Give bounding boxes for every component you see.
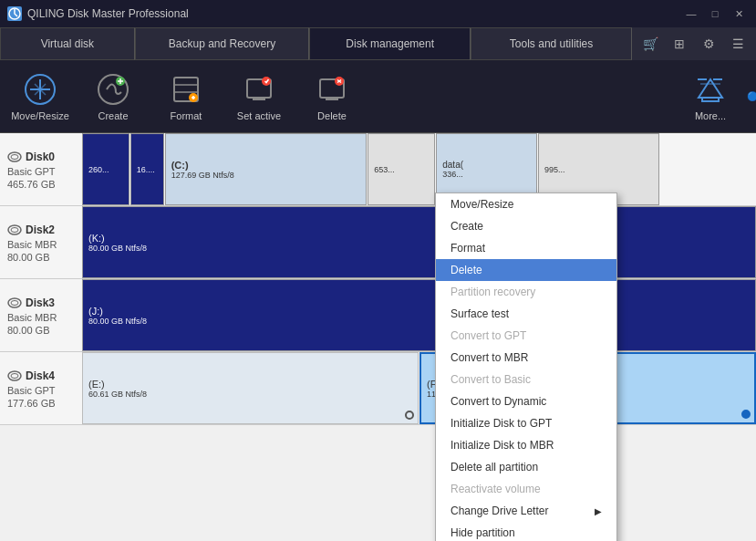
ctx-surface-test[interactable]: Surface test bbox=[436, 303, 616, 325]
disk-area: Disk0 Basic GPT 465.76 GB 260... 16.... … bbox=[0, 133, 756, 541]
svg-point-18 bbox=[8, 371, 21, 380]
more-icon bbox=[692, 71, 729, 107]
disk0-info: Disk0 Basic GPT 465.76 GB bbox=[0, 144, 82, 195]
svg-point-16 bbox=[8, 298, 21, 307]
ctx-init-mbr[interactable]: Initialize Disk to MBR bbox=[436, 434, 616, 456]
title-bar: QILING Disk Master Professional — □ ✕ bbox=[0, 0, 756, 27]
toolbar-create[interactable]: Create bbox=[77, 68, 150, 125]
toolbar-delete[interactable]: Delete bbox=[295, 68, 368, 125]
toolbar-format[interactable]: Format bbox=[150, 68, 223, 125]
maximize-button[interactable]: □ bbox=[705, 4, 725, 24]
delete-icon bbox=[314, 71, 350, 107]
minimize-button[interactable]: — bbox=[681, 4, 701, 24]
disk4-info: Disk4 Basic GPT 177.66 GB bbox=[0, 363, 82, 414]
close-button[interactable]: ✕ bbox=[729, 4, 749, 24]
ctx-partition-recovery: Partition recovery bbox=[436, 281, 616, 303]
tab-virtual-disk[interactable]: Virtual disk bbox=[0, 27, 135, 60]
svg-point-17 bbox=[11, 300, 18, 305]
svg-point-9 bbox=[262, 77, 271, 86]
app-title: QILING Disk Master Professional bbox=[27, 7, 189, 20]
toolbar-move-resize[interactable]: Move/Resize bbox=[4, 68, 77, 125]
tab-backup-recovery[interactable]: Backup and Recovery bbox=[135, 27, 309, 60]
create-icon bbox=[95, 71, 131, 107]
disk2-partitions: (K:) 80.00 GB Ntfs/8 bbox=[82, 206, 756, 278]
disk4-partitions: (E:) 60.61 GB Ntfs/8 (F:) 117.04 GB Ntfs bbox=[82, 352, 756, 424]
disk3-partitions: (J:) 80.00 GB Ntfs/8 bbox=[82, 279, 756, 351]
submenu-arrow: ▶ bbox=[595, 506, 602, 516]
ctx-reactivate: Reactivate volume bbox=[436, 478, 616, 500]
grid-icon[interactable]: ⊞ bbox=[667, 31, 692, 57]
toolbar: Move/Resize Create Format bbox=[0, 60, 756, 133]
disk-row: Disk0 Basic GPT 465.76 GB 260... 16.... … bbox=[0, 133, 756, 206]
disk-row: Disk2 Basic MBR 80.00 GB (K:) 80.00 GB N… bbox=[0, 206, 756, 279]
set-active-icon bbox=[241, 71, 277, 107]
radio-button-e[interactable] bbox=[405, 411, 414, 420]
svg-point-12 bbox=[8, 152, 21, 161]
app-icon bbox=[7, 6, 22, 21]
format-icon bbox=[168, 71, 204, 107]
ctx-convert-dynamic[interactable]: Convert to Dynamic bbox=[436, 390, 616, 412]
settings-icon[interactable]: ⚙ bbox=[696, 31, 721, 57]
ctx-init-gpt[interactable]: Initialize Disk to GPT bbox=[436, 412, 616, 434]
partition[interactable]: (K:) 80.00 GB Ntfs/8 bbox=[82, 206, 756, 278]
svg-point-13 bbox=[11, 154, 18, 159]
ctx-create[interactable]: Create bbox=[436, 215, 616, 237]
disk-row: Disk4 Basic GPT 177.66 GB (E:) 60.61 GB … bbox=[0, 352, 756, 425]
partition[interactable]: (E:) 60.61 GB Ntfs/8 bbox=[82, 352, 419, 424]
svg-point-14 bbox=[8, 225, 21, 234]
tab-tools-utilities[interactable]: Tools and utilities bbox=[471, 27, 632, 60]
ctx-format[interactable]: Format bbox=[436, 237, 616, 259]
radio-button-f[interactable] bbox=[741, 410, 751, 419]
partition[interactable]: 260... bbox=[82, 133, 129, 205]
partition[interactable]: (J:) 80.00 GB Ntfs/8 bbox=[82, 279, 756, 351]
ctx-convert-basic: Convert to Basic bbox=[436, 369, 616, 390]
ctx-move-resize[interactable]: Move/Resize bbox=[436, 193, 616, 215]
ctx-convert-gpt: Convert to GPT bbox=[436, 325, 616, 347]
ctx-change-drive-letter[interactable]: Change Drive Letter ▶ bbox=[436, 500, 616, 522]
ctx-convert-mbr[interactable]: Convert to MBR bbox=[436, 347, 616, 369]
partition[interactable]: 653... bbox=[368, 133, 435, 205]
toolbar-more[interactable]: More... bbox=[674, 68, 747, 125]
ctx-delete[interactable]: Delete bbox=[436, 259, 616, 281]
partition[interactable]: 16.... bbox=[130, 133, 164, 205]
tab-disk-management[interactable]: Disk management bbox=[309, 27, 471, 60]
cart-icon[interactable]: 🛒 bbox=[637, 31, 663, 57]
toolbar-set-active[interactable]: Set active bbox=[223, 68, 295, 125]
menu-icon[interactable]: ☰ bbox=[725, 31, 751, 57]
disk0-partitions: 260... 16.... (C:) 127.69 GB Ntfs/8 653.… bbox=[82, 133, 756, 205]
ctx-delete-all[interactable]: Delete all partition bbox=[436, 456, 616, 478]
move-resize-icon bbox=[22, 71, 58, 107]
disk3-info: Disk3 Basic MBR 80.00 GB bbox=[0, 290, 82, 341]
svg-point-15 bbox=[11, 227, 18, 232]
ctx-hide-partition[interactable]: Hide partition bbox=[436, 522, 616, 541]
context-menu: Move/Resize Create Format Delete Partiti… bbox=[435, 192, 617, 541]
svg-point-19 bbox=[11, 373, 18, 378]
partition[interactable]: (C:) 127.69 GB Ntfs/8 bbox=[165, 133, 368, 205]
disk2-info: Disk2 Basic MBR 80.00 GB bbox=[0, 217, 82, 268]
disk-row: Disk3 Basic MBR 80.00 GB (J:) 80.00 GB N… bbox=[0, 279, 756, 352]
